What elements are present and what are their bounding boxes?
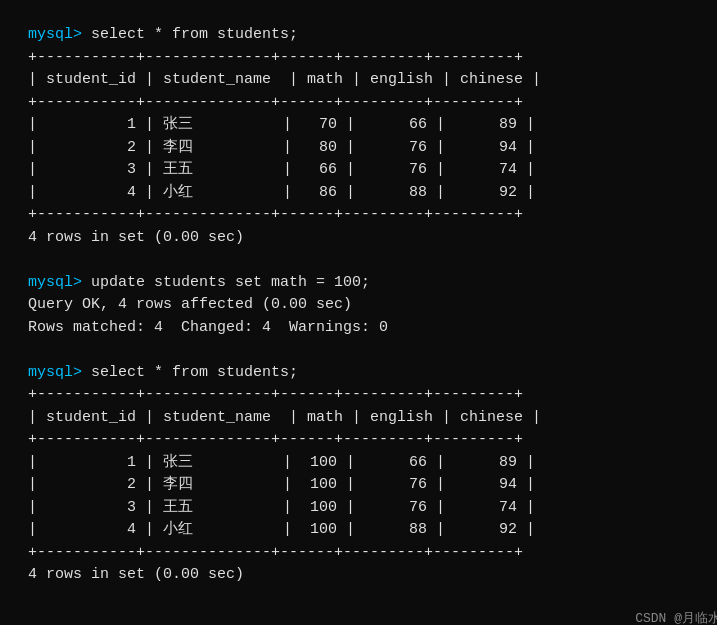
table1-row4: | 4 | 小红 | 86 | 88 | 92 |	[28, 182, 717, 205]
result1: 4 rows in set (0.00 sec)	[28, 227, 717, 250]
table1-header: | student_id | student_name | math | eng…	[28, 69, 717, 92]
terminal-container: mysql> select * from students; +--------…	[14, 12, 717, 625]
table2-wrapper: +-----------+--------------+------+-----…	[28, 384, 717, 564]
query3-line: mysql> select * from students;	[28, 362, 717, 385]
result2-line1: Query OK, 4 rows affected (0.00 sec)	[28, 294, 717, 317]
table2-div-top: +-----------+--------------+------+-----…	[28, 384, 717, 407]
table1-div-top: +-----------+--------------+------+-----…	[28, 47, 717, 70]
table2-header: | student_id | student_name | math | eng…	[28, 407, 717, 430]
query1-line: mysql> select * from students;	[28, 24, 717, 47]
cmd3: select * from students;	[91, 364, 298, 381]
table2-row4: | 4 | 小红 | 100 | 88 | 92 |	[28, 519, 717, 542]
result2-line2: Rows matched: 4 Changed: 4 Warnings: 0	[28, 317, 717, 340]
result3: 4 rows in set (0.00 sec)	[28, 564, 717, 587]
watermark: CSDN @月临水	[635, 609, 717, 625]
table2-row3: | 3 | 王五 | 100 | 76 | 74 |	[28, 497, 717, 520]
table1-row1: | 1 | 张三 | 70 | 66 | 89 |	[28, 114, 717, 137]
cmd2: update students set math = 100;	[91, 274, 370, 291]
query2-line: mysql> update students set math = 100;	[28, 272, 717, 295]
table1-div-bot: +-----------+--------------+------+-----…	[28, 204, 717, 227]
blank1	[28, 249, 717, 272]
table2-div-bot: +-----------+--------------+------+-----…	[28, 542, 717, 565]
cmd1: select * from students;	[91, 26, 298, 43]
prompt2: mysql>	[28, 274, 91, 291]
table2-div-mid: +-----------+--------------+------+-----…	[28, 429, 717, 452]
table2-row2: | 2 | 李四 | 100 | 76 | 94 |	[28, 474, 717, 497]
table1-row2: | 2 | 李四 | 80 | 76 | 94 |	[28, 137, 717, 160]
blank2	[28, 339, 717, 362]
table1-wrapper: +-----------+--------------+------+-----…	[28, 47, 717, 227]
prompt3: mysql>	[28, 364, 91, 381]
prompt1: mysql>	[28, 26, 91, 43]
table1-row3: | 3 | 王五 | 66 | 76 | 74 |	[28, 159, 717, 182]
table1-div-mid: +-----------+--------------+------+-----…	[28, 92, 717, 115]
table2-row1: | 1 | 张三 | 100 | 66 | 89 |	[28, 452, 717, 475]
